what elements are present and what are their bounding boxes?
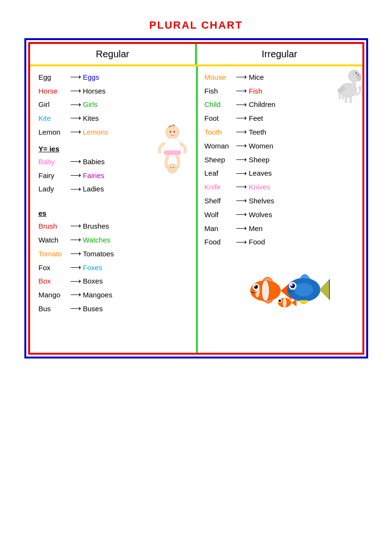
list-item: Tomato ⟶ Tomatoes [39, 248, 190, 260]
plural-brushes: Brushes [83, 221, 109, 232]
svg-point-1 [170, 131, 171, 133]
plural-boxes: Boxes [83, 275, 103, 286]
arrow: ⟶ [70, 303, 81, 315]
list-item: Brush ⟶ Brushes [39, 220, 190, 232]
singular-child: Child [204, 99, 234, 110]
singular-fish: Fish [204, 85, 234, 96]
singular-sheep: Sheep [204, 154, 234, 165]
svg-point-11 [355, 73, 357, 74]
arrow: ⟶ [236, 85, 247, 97]
plural-lemons: Lemons [83, 126, 108, 137]
svg-point-5 [168, 164, 177, 173]
header-irregular: Irregular [197, 44, 362, 64]
arrow: ⟶ [236, 236, 247, 248]
singular-fairy: Fairy [39, 170, 68, 181]
plural-leaves: Leaves [249, 168, 272, 179]
header-row: Regular Irregular [30, 44, 362, 66]
svg-rect-17 [350, 95, 352, 103]
list-item: Tooth ⟶ Teeth [204, 126, 356, 138]
arrow: ⟶ [236, 140, 247, 152]
plural-tomatoes: Tomatoes [83, 248, 114, 259]
list-item: Watch ⟶ Watches [39, 234, 190, 246]
arrow: ⟶ [70, 71, 81, 83]
list-item: Egg ⟶ Eggs [39, 71, 190, 83]
arrow: ⟶ [236, 209, 247, 221]
svg-point-30 [294, 283, 313, 296]
list-item: Lady ⟶ Ladies [39, 183, 190, 195]
arrow: ⟶ [236, 222, 247, 234]
arrow: ⟶ [70, 156, 81, 168]
list-item: Wolf ⟶ Wolves [204, 209, 356, 221]
right-column: Mouse ⟶ Mice Fish ⟶ Fish Child ⟶ Childre… [198, 66, 362, 353]
plural-food: Food [249, 236, 265, 247]
singular-watch: Watch [39, 234, 68, 245]
plural-kites: Kites [83, 113, 99, 124]
list-item: Leaf ⟶ Leaves [204, 168, 356, 179]
arrow: ⟶ [70, 183, 81, 195]
list-item: Horse ⟶ Horses [39, 85, 190, 97]
list-item: Food ⟶ Food [204, 236, 356, 248]
svg-point-0 [166, 126, 179, 139]
content-row: Egg ⟶ Eggs Horse ⟶ Horses Girl ⟶ Girls [30, 66, 362, 353]
arrow: ⟶ [236, 126, 247, 138]
plural-fish: Fish [249, 85, 262, 96]
singular-brush: Brush [39, 221, 68, 232]
plural-buses: Buses [83, 303, 103, 314]
arrow: ⟶ [70, 85, 81, 97]
plural-mangoes: Mangoes [83, 289, 113, 300]
arrow: ⟶ [236, 168, 247, 179]
singular-foot: Foot [204, 113, 234, 124]
singular-horse: Horse [39, 85, 68, 96]
singular-tooth: Tooth [204, 126, 234, 137]
arrow: ⟶ [70, 112, 81, 124]
list-item: Fox ⟶ Foxes [39, 262, 190, 274]
singular-woman: Woman [204, 140, 234, 151]
list-item: Girl ⟶ Girls [39, 99, 190, 111]
plural-foxes: Foxes [83, 262, 103, 273]
singular-baby: Baby [39, 156, 68, 167]
singular-lemon: Lemon [39, 126, 68, 137]
plural-shelves: Shelves [249, 195, 274, 206]
svg-rect-4 [164, 150, 181, 155]
plural-fairies: Fairies [83, 170, 105, 181]
plural-children: Children [249, 99, 275, 110]
svg-rect-20 [351, 82, 356, 88]
singular-tomato: Tomato [39, 248, 68, 259]
arrow: ⟶ [236, 154, 247, 166]
fish-illustration [204, 262, 356, 315]
arrow: ⟶ [70, 262, 81, 274]
plural-watches: Watches [83, 234, 111, 245]
svg-point-21 [358, 86, 362, 90]
svg-point-33 [291, 284, 293, 286]
plural-ladies: Ladies [83, 183, 104, 194]
svg-point-2 [174, 131, 175, 133]
plural-mice: Mice [249, 72, 264, 83]
page: PLURAL CHART Regular Irregular Egg ⟶ Egg… [0, 0, 392, 558]
plural-sheep: Sheep [249, 154, 269, 165]
singular-wolf: Wolf [204, 209, 234, 220]
outer-border: Regular Irregular Egg ⟶ Eggs Horse ⟶ [24, 38, 368, 358]
svg-point-7 [173, 167, 174, 168]
plural-babies: Babies [83, 156, 105, 167]
arrow: ⟶ [236, 112, 247, 124]
svg-point-15 [338, 88, 342, 93]
arrow: ⟶ [70, 126, 81, 138]
section-es: es [39, 209, 190, 217]
svg-point-32 [290, 284, 295, 288]
singular-lady: Lady [39, 183, 68, 194]
plural-feet: Feet [249, 113, 263, 124]
singular-box: Box [39, 275, 68, 286]
plural-wolves: Wolves [249, 209, 272, 220]
svg-point-37 [279, 300, 281, 302]
svg-point-28 [254, 285, 256, 287]
arrow: ⟶ [70, 248, 81, 260]
plural-horses: Horses [83, 85, 106, 96]
arrow: ⟶ [236, 195, 247, 207]
singular-girl: Girl [39, 99, 68, 110]
arrow: ⟶ [70, 289, 81, 301]
arrow: ⟶ [236, 71, 247, 83]
svg-point-6 [170, 167, 171, 168]
svg-point-10 [357, 74, 361, 81]
singular-mango: Mango [39, 289, 68, 300]
plural-knives: Knives [249, 181, 270, 192]
